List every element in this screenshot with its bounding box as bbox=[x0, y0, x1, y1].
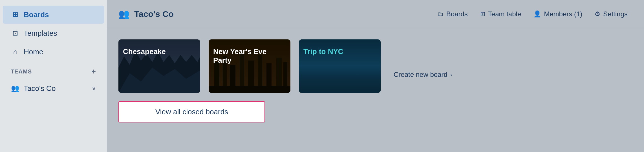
main-content: 👥 Taco's Co 🗂 Boards ⊞ Team table 👤 Memb… bbox=[107, 0, 644, 152]
nav-members[interactable]: 👤 Members (1) bbox=[528, 7, 587, 21]
nav-team-table[interactable]: ⊞ Team table bbox=[475, 7, 526, 21]
board-newyear-label: New Year's Eve Party bbox=[209, 43, 290, 69]
nav-team-table-icon: ⊞ bbox=[480, 10, 485, 18]
home-icon: ⌂ bbox=[11, 47, 20, 56]
teams-heading: TEAMS bbox=[11, 68, 32, 75]
sidebar: ⊞ Boards ⊡ Templates ⌂ Home TEAMS + 👥 Ta… bbox=[0, 0, 107, 152]
add-team-button[interactable]: + bbox=[91, 67, 96, 76]
workspace-title: 👥 Taco's Co bbox=[118, 9, 174, 19]
nav-settings[interactable]: ⚙ Settings bbox=[590, 7, 633, 21]
sidebar-item-boards[interactable]: ⊞ Boards bbox=[3, 6, 104, 24]
board-card-chesapeake[interactable]: Chesapeake bbox=[118, 39, 200, 93]
sidebar-templates-label: Templates bbox=[24, 29, 57, 38]
nav-settings-icon: ⚙ bbox=[595, 10, 600, 18]
sidebar-item-home[interactable]: ⌂ Home bbox=[3, 43, 104, 61]
svg-rect-13 bbox=[209, 86, 290, 93]
workspace-icon: 👥 bbox=[118, 9, 130, 19]
boards-icon: ⊞ bbox=[11, 10, 20, 19]
create-board-button[interactable]: Create new board › bbox=[389, 68, 456, 81]
nav-boards-icon: 🗂 bbox=[437, 10, 444, 18]
boards-row: Chesapeake bbox=[118, 39, 633, 93]
board-area: Chesapeake bbox=[107, 28, 644, 152]
nav-boards[interactable]: 🗂 Boards bbox=[432, 7, 473, 21]
sidebar-team-tacos-co[interactable]: 👥 Taco's Co ∨ bbox=[3, 79, 104, 97]
nav-boards-label: Boards bbox=[446, 10, 468, 18]
svg-rect-15 bbox=[299, 79, 381, 93]
nav-settings-label: Settings bbox=[603, 10, 628, 18]
templates-icon: ⊡ bbox=[11, 29, 20, 38]
view-closed-boards-button[interactable]: View all closed boards bbox=[118, 101, 265, 122]
nav-team-table-label: Team table bbox=[488, 10, 521, 18]
board-card-nyc[interactable]: Trip to NYC bbox=[299, 39, 381, 93]
create-board-label: Create new board bbox=[394, 71, 447, 79]
create-board-arrow: › bbox=[450, 71, 452, 78]
sidebar-item-templates[interactable]: ⊡ Templates bbox=[3, 24, 104, 42]
top-nav: 👥 Taco's Co 🗂 Boards ⊞ Team table 👤 Memb… bbox=[107, 0, 644, 28]
teams-section-header: TEAMS + bbox=[0, 61, 107, 79]
team-icon: 👥 bbox=[11, 84, 20, 93]
board-nyc-label: Trip to NYC bbox=[299, 43, 381, 60]
team-item-left: 👥 Taco's Co bbox=[11, 84, 56, 93]
team-label: Taco's Co bbox=[24, 84, 56, 93]
team-expand-icon: ∨ bbox=[92, 85, 96, 92]
board-chesapeake-label: Chesapeake bbox=[118, 43, 200, 60]
nav-members-icon: 👤 bbox=[533, 10, 541, 18]
nav-members-label: Members (1) bbox=[544, 10, 582, 18]
workspace-name: Taco's Co bbox=[134, 9, 174, 19]
sidebar-home-label: Home bbox=[24, 48, 43, 56]
sidebar-boards-label: Boards bbox=[24, 10, 49, 19]
nav-links: 🗂 Boards ⊞ Team table 👤 Members (1) ⚙ Se… bbox=[432, 7, 633, 21]
view-closed-label: View all closed boards bbox=[155, 108, 228, 116]
board-card-newyear[interactable]: New Year's Eve Party bbox=[209, 39, 290, 93]
